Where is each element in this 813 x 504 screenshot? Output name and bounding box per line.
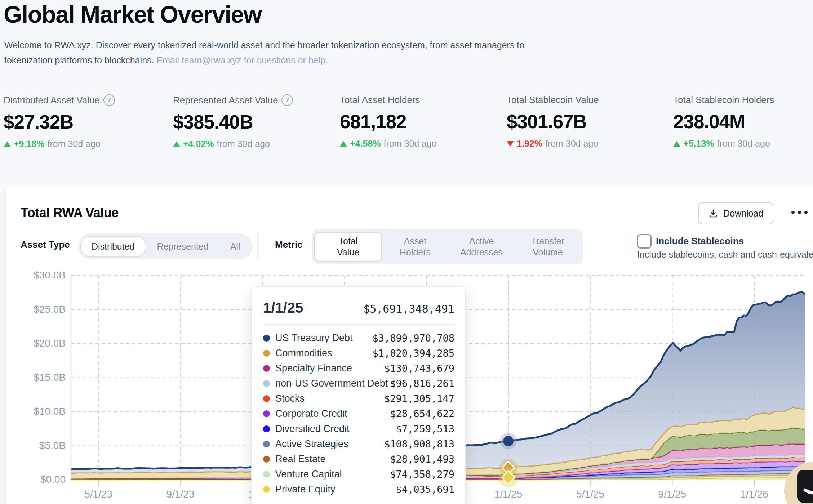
- series-name: US Treasury Debt: [275, 333, 372, 344]
- series-color-dot: [263, 350, 270, 357]
- x-axis-label: 9/1/23: [152, 489, 209, 500]
- stat-label: Total Stablecoin Value: [507, 94, 599, 106]
- help-icon[interactable]: ?: [103, 94, 115, 106]
- x-axis-label: 1/1/26: [725, 489, 783, 500]
- y-axis-label: $30.0B: [15, 269, 66, 281]
- metric-label: Metric: [275, 239, 303, 250]
- tooltip-row: Real Estate$28,901,493: [252, 451, 465, 467]
- include-stablecoins-checkbox[interactable]: [637, 234, 652, 249]
- series-name: Diversified Credit: [275, 423, 396, 434]
- y-axis-label: $0.00: [15, 474, 66, 485]
- series-color-dot: [263, 410, 270, 417]
- series-value: $291,305,147: [384, 393, 454, 404]
- asset-type-option-represented[interactable]: Represented: [146, 237, 219, 256]
- asset-type-option-distributed[interactable]: Distributed: [80, 236, 146, 257]
- chart-menu-button[interactable]: [791, 211, 808, 214]
- series-name: Active Strategies: [275, 438, 384, 450]
- stat-delta: +4.58%: [350, 138, 381, 149]
- series-name: non-US Government Debt: [275, 378, 390, 389]
- stat-label: Represented Asset Value: [173, 95, 278, 106]
- y-axis-label: $25.0B: [15, 304, 66, 315]
- asset-type-label: Asset Type: [21, 239, 70, 250]
- separator: [257, 232, 258, 258]
- stat-distributed-asset-value: Distributed Asset Value ? $27.32B +9.18%…: [4, 94, 168, 149]
- series-value: $7,259,513: [396, 423, 454, 434]
- stat-represented-asset-value: Represented Asset Value ? $385.40B +4.02…: [173, 94, 337, 149]
- separator: [630, 232, 630, 258]
- help-icon[interactable]: ?: [281, 94, 293, 106]
- series-color-dot: [263, 441, 270, 447]
- stat-delta-suffix: from 30d ago: [217, 139, 270, 149]
- series-value: $1,020,394,285: [372, 348, 454, 359]
- series-value: $130,743,679: [384, 363, 454, 374]
- stat-value: $301.67B: [507, 111, 671, 133]
- include-stablecoins-sublabel: Include stablecoins, cash and cash-equiv…: [637, 249, 813, 260]
- stat-total-stablecoin-value: Total Stablecoin Value $301.67B 1.92% fr…: [507, 94, 671, 149]
- asset-type-option-all[interactable]: All: [219, 237, 251, 256]
- stat-value: $27.32B: [4, 111, 168, 133]
- tooltip-row: Diversified Credit$7,259,513: [252, 421, 465, 436]
- up-triangle-icon: [173, 141, 180, 147]
- tooltip-row: Private Equity$4,035,691: [252, 482, 465, 497]
- x-axis-label: 9/1/25: [644, 489, 701, 500]
- series-color-dot: [263, 456, 270, 463]
- series-value: $74,358,279: [390, 469, 454, 480]
- tooltip-row: Corporate Credit$28,654,622: [252, 406, 465, 421]
- tooltip-row: non-US Government Debt$96,816,261: [252, 376, 465, 391]
- series-value: $28,654,622: [390, 408, 454, 419]
- down-triangle-icon: [507, 141, 514, 147]
- tooltip-row: Stocks$291,305,147: [252, 391, 465, 406]
- metric-option-asset-holders[interactable]: Asset Holders: [382, 233, 448, 261]
- asset-type-segmented-control: DistributedRepresentedAll: [78, 233, 253, 259]
- up-triangle-icon: [340, 141, 347, 147]
- series-value: $3,899,970,708: [372, 333, 454, 344]
- series-color-dot: [263, 486, 270, 493]
- up-triangle-icon: [673, 141, 680, 147]
- stat-delta: +4.02%: [183, 139, 214, 149]
- download-button[interactable]: Download: [698, 202, 773, 224]
- y-axis-label: $20.0B: [15, 338, 66, 349]
- stat-label: Distributed Asset Value: [4, 95, 100, 106]
- series-value: $96,816,261: [390, 378, 454, 389]
- series-name: Commodities: [275, 348, 372, 359]
- stat-total-asset-holders: Total Asset Holders 681,182 +4.58% from …: [340, 94, 504, 149]
- series-color-dot: [263, 365, 270, 372]
- tooltip-row: Commodities$1,020,394,285: [252, 345, 465, 361]
- stat-delta: +9.18%: [14, 139, 45, 149]
- stat-delta-suffix: from 30d ago: [384, 138, 437, 149]
- stat-value: $385.40B: [173, 111, 337, 133]
- contact-email-link[interactable]: Email team@rwa.xyz for questions or help…: [156, 55, 328, 65]
- stat-delta-suffix: from 30d ago: [48, 139, 101, 149]
- stat-value: 681,182: [340, 111, 504, 133]
- tooltip-row: Specialty Finance$130,743,679: [252, 361, 465, 376]
- series-color-dot: [263, 380, 270, 387]
- chart-card-title: Total RWA Value: [21, 205, 119, 220]
- stat-label: Total Asset Holders: [340, 94, 420, 106]
- series-color-dot: [263, 425, 270, 432]
- stat-delta: +5.13%: [683, 138, 714, 149]
- series-name: Stocks: [275, 393, 384, 404]
- metric-option-total-value[interactable]: Total Value: [314, 232, 382, 262]
- series-name: Private Equity: [275, 484, 396, 495]
- stat-value: 238.04M: [673, 111, 813, 133]
- series-color-dot: [263, 335, 270, 342]
- metric-option-active-addresses[interactable]: Active Addresses: [448, 233, 515, 261]
- series-color-dot: [263, 471, 270, 478]
- x-axis-label: 5/1/25: [561, 489, 619, 500]
- tooltip-row: Venture Capital$74,358,279: [252, 467, 465, 482]
- series-name: Corporate Credit: [275, 408, 390, 419]
- series-color-dot: [263, 395, 270, 402]
- tooltip-total-value: $5,691,348,491: [363, 303, 454, 315]
- x-axis-label: 1/1/25: [480, 489, 537, 500]
- y-axis-label: $15.0B: [15, 372, 66, 383]
- chart-hover-tooltip: 1/1/25 $5,691,348,491 US Treasury Debt$3…: [251, 286, 466, 504]
- metric-option-transfer-volume[interactable]: Transfer Volume: [515, 233, 581, 261]
- stat-total-stablecoin-holders: Total Stablecoin Holders 238.04M +5.13% …: [673, 94, 813, 149]
- stat-delta-suffix: from 30d ago: [717, 138, 770, 149]
- download-icon: [708, 208, 718, 218]
- tooltip-divider: [263, 324, 454, 325]
- series-name: Venture Capital: [275, 469, 390, 480]
- series-name: Real Estate: [275, 454, 390, 465]
- tooltip-row: Active Strategies$108,908,813: [252, 436, 465, 451]
- stat-label: Total Stablecoin Holders: [673, 94, 774, 106]
